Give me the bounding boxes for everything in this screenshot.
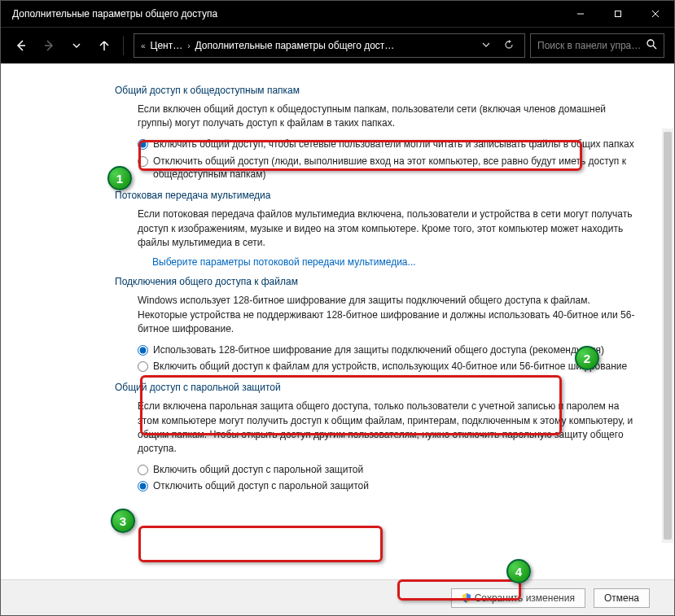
cancel-button-label: Отмена xyxy=(604,592,639,604)
section-title-password: Общий доступ с парольной защитой xyxy=(115,382,642,393)
search-icon[interactable] xyxy=(647,39,657,52)
refresh-button[interactable] xyxy=(500,40,518,52)
up-button[interactable] xyxy=(90,32,118,59)
radio-public-enable[interactable] xyxy=(138,139,148,150)
breadcrumb-seg2[interactable]: Дополнительные параметры общего дост… xyxy=(195,40,395,51)
section-desc-password: Если включена парольная защита общего до… xyxy=(138,400,642,457)
title-bar: Дополнительные параметры общего доступа xyxy=(1,1,674,27)
section-desc-media: Если потоковая передача файлов мультимед… xyxy=(138,208,642,250)
media-settings-link[interactable]: Выберите параметры потоковой передачи му… xyxy=(152,256,416,268)
recent-dropdown[interactable] xyxy=(63,32,90,59)
close-button[interactable] xyxy=(637,1,674,27)
section-desc-filesharing: Windows использует 128-битное шифрование… xyxy=(138,294,642,336)
scrollbar[interactable] xyxy=(662,129,673,543)
minimize-button[interactable] xyxy=(562,1,599,27)
radio-40-56bit-label[interactable]: Включить общий доступ к файлам для устро… xyxy=(153,360,642,374)
chevron-right-icon: › xyxy=(187,42,190,50)
breadcrumb[interactable]: « Цент… › Дополнительные параметры общег… xyxy=(134,33,525,58)
footer: Сохранить изменения Отмена xyxy=(1,579,674,615)
back-button[interactable] xyxy=(7,32,35,59)
radio-128bit[interactable] xyxy=(138,345,148,356)
breadcrumb-root-icon: « xyxy=(141,42,146,50)
radio-40-56bit[interactable] xyxy=(138,361,148,372)
radio-128bit-label[interactable]: Использовать 128-битное шифрование для з… xyxy=(153,343,642,357)
shield-icon xyxy=(462,593,471,603)
svg-line-7 xyxy=(653,46,656,49)
radio-public-disable[interactable] xyxy=(138,156,148,167)
section-title-public: Общий доступ к общедоступным папкам xyxy=(115,85,642,96)
search-placeholder: Поиск в панели упра… xyxy=(537,40,642,51)
search-input[interactable]: Поиск в панели упра… xyxy=(530,33,664,58)
radio-password-enable-label[interactable]: Включить общий доступ с парольной защито… xyxy=(153,463,642,477)
radio-public-enable-label[interactable]: Включить общий доступ, чтобы сетевые пол… xyxy=(153,138,642,151)
radio-public-disable-label[interactable]: Отключить общий доступ (люди, выполнивши… xyxy=(153,155,642,182)
save-button[interactable]: Сохранить изменения xyxy=(451,588,585,608)
nav-bar: « Цент… › Дополнительные параметры общег… xyxy=(1,27,674,63)
radio-password-disable[interactable] xyxy=(138,481,148,491)
save-button-label: Сохранить изменения xyxy=(475,592,575,604)
forward-button[interactable] xyxy=(35,32,63,59)
nav-separator xyxy=(123,36,124,55)
svg-rect-1 xyxy=(616,11,621,17)
window-title: Дополнительные параметры общего доступа xyxy=(12,8,562,20)
cancel-button[interactable]: Отмена xyxy=(594,588,650,608)
breadcrumb-seg1[interactable]: Цент… xyxy=(151,40,183,51)
content-area: Общий доступ к общедоступным папкам Если… xyxy=(1,63,674,579)
section-desc-public: Если включен общий доступ к общедоступны… xyxy=(138,103,642,131)
radio-password-enable[interactable] xyxy=(138,465,148,475)
radio-password-disable-label[interactable]: Отключить общий доступ с парольной защит… xyxy=(153,479,642,493)
breadcrumb-dropdown[interactable] xyxy=(477,40,495,51)
svg-point-6 xyxy=(647,40,654,46)
maximize-button[interactable] xyxy=(599,1,637,27)
section-title-filesharing: Подключения общего доступа к файлам xyxy=(115,276,642,287)
section-title-media: Потоковая передача мультимедиа xyxy=(115,190,642,201)
